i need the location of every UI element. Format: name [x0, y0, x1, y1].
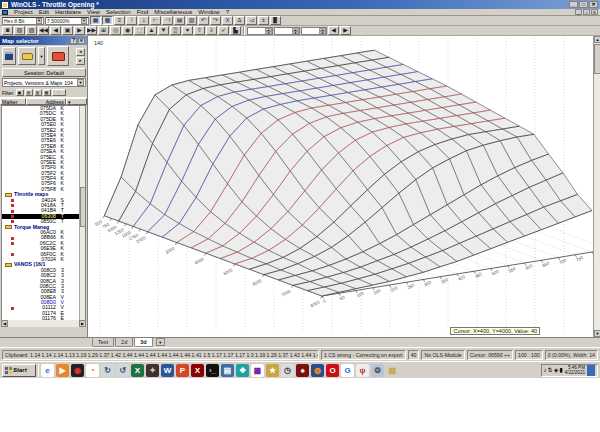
menu-help[interactable]: ?: [223, 9, 232, 15]
menu-hardware[interactable]: Hardware: [52, 9, 84, 15]
view-3d-icon[interactable]: ▩: [102, 16, 113, 25]
apply-icon[interactable]: ✓: [218, 26, 229, 35]
folder-blue-icon[interactable]: ▤: [221, 364, 234, 377]
media-player-icon[interactable]: ▶: [56, 364, 69, 377]
powerpoint-icon[interactable]: P: [176, 364, 189, 377]
delete-row-icon[interactable]: ⊣: [162, 16, 173, 25]
export-icon[interactable]: ⇩: [206, 26, 217, 35]
language-bar-icon[interactable]: [587, 365, 595, 376]
panel-help-button[interactable]: ?: [70, 38, 77, 44]
view-text-icon[interactable]: ≡: [114, 16, 125, 25]
earth-icon[interactable]: G: [341, 364, 354, 377]
opera-icon[interactable]: O: [326, 364, 339, 377]
map-list-scrollbar[interactable]: [79, 106, 85, 320]
factor-combo[interactable]: 7.50000% ▼: [45, 17, 89, 25]
firefox-icon[interactable]: ◍: [311, 364, 324, 377]
folder-yellow-icon[interactable]: ▧: [386, 364, 399, 377]
last-map-icon[interactable]: ▶▶: [86, 26, 97, 35]
column-header-address[interactable]: Address: [26, 98, 66, 105]
value-up-icon[interactable]: ▲: [146, 26, 157, 35]
save-project-button[interactable]: [2, 47, 16, 65]
chrome-icon[interactable]: ◔: [86, 364, 99, 377]
delta-icon[interactable]: Δ: [234, 16, 245, 25]
stamp-icon[interactable]: ✦: [146, 364, 159, 377]
minimize-button[interactable]: _: [569, 1, 578, 8]
ie-icon[interactable]: e: [41, 364, 54, 377]
import-icon[interactable]: ⇧: [194, 26, 205, 35]
session-button[interactable]: Session: Default: [2, 68, 86, 77]
filter-options-button[interactable]: ⋯: [52, 89, 66, 96]
next-map-icon[interactable]: ▶: [74, 26, 85, 35]
selection-icon[interactable]: ⬚: [134, 26, 145, 35]
chevron-down-icon[interactable]: ▼: [81, 18, 87, 24]
menu-find[interactable]: Find: [134, 9, 152, 15]
value-format-combo[interactable]: Hex 8 Bit ▼: [2, 17, 44, 25]
grid-colors-icon[interactable]: ▦: [251, 364, 264, 377]
red-x-app-icon[interactable]: X: [191, 364, 204, 377]
insert-column-icon[interactable]: ⊺: [126, 16, 137, 25]
sync-gray-icon[interactable]: ↺: [116, 364, 129, 377]
menu-selection[interactable]: Selection: [103, 9, 134, 15]
marker-icon[interactable]: ▾: [182, 26, 193, 35]
tab-text[interactable]: Text: [92, 338, 114, 347]
filter-marked-button[interactable]: ▥: [34, 89, 42, 96]
import-file-button[interactable]: [47, 46, 69, 66]
prev-map-icon[interactable]: ◀: [50, 26, 61, 35]
filter-changed-button[interactable]: ▦: [43, 89, 51, 96]
grid-icon[interactable]: ▤: [174, 16, 185, 25]
column-header-extra[interactable]: ▾: [66, 98, 87, 105]
multiply-icon[interactable]: X: [222, 16, 233, 25]
menu-window[interactable]: Window: [195, 9, 222, 15]
panel-mode-button[interactable]: ▸: [76, 57, 85, 65]
network-icon[interactable]: ⇅: [548, 365, 553, 376]
step-spinner-2[interactable]: ▲▼: [274, 27, 300, 35]
map-list-icon[interactable]: ▣: [62, 26, 73, 35]
wrench-icon[interactable]: ⚙: [371, 364, 384, 377]
start-button[interactable]: Start: [2, 364, 36, 377]
open-project-button[interactable]: [18, 47, 36, 65]
spin-left-icon[interactable]: ◀: [328, 26, 339, 35]
battery-icon[interactable]: ▮: [559, 365, 562, 376]
lock-icon[interactable]: ▒: [170, 26, 181, 35]
terminal-icon[interactable]: ›_: [206, 364, 219, 377]
zoom-icon[interactable]: ◉: [122, 26, 133, 35]
maximize-button[interactable]: □: [579, 1, 588, 8]
step-spinner-1[interactable]: ▲▼: [247, 27, 273, 35]
antenna-icon[interactable]: ψ: [356, 364, 369, 377]
compare-version-icon[interactable]: ▨: [26, 26, 37, 35]
filter-maps-button[interactable]: ▤: [25, 89, 33, 96]
signed-icon[interactable]: ±: [258, 16, 269, 25]
shield-icon[interactable]: ◈: [554, 365, 559, 376]
scroll-down-icon[interactable]: ▼: [594, 330, 600, 337]
value-down-icon[interactable]: ▼: [158, 26, 169, 35]
menu-view[interactable]: View: [84, 9, 103, 15]
map-list-hscrollbar[interactable]: ◀ ▶: [1, 320, 86, 327]
menu-edit[interactable]: Edit: [36, 9, 52, 15]
photos-icon[interactable]: ❖: [236, 364, 249, 377]
map-3d-view[interactable]: 1400501001502002503003504004505005506006…: [88, 36, 600, 337]
tab-3d[interactable]: 3d: [134, 338, 152, 347]
map-row[interactable]: 01176E: [2, 316, 85, 320]
chevron-down-icon[interactable]: ▼: [77, 79, 84, 86]
scroll-right-icon[interactable]: ▶: [79, 320, 86, 327]
column-header-marker[interactable]: Marker: [0, 98, 26, 105]
spin-right-icon[interactable]: ▶: [340, 26, 351, 35]
undo-icon[interactable]: ↶: [198, 16, 209, 25]
mdi-restore-button[interactable]: ▫: [583, 9, 590, 15]
menu-project[interactable]: Project: [11, 9, 36, 15]
open-project-dropdown[interactable]: ▼: [38, 47, 45, 65]
star-app-icon[interactable]: ★: [266, 364, 279, 377]
mdi-minimize-button[interactable]: _: [575, 9, 582, 15]
tree-mode-combo[interactable]: Projects, Versions & Maps 104 ▼: [2, 78, 86, 87]
word-icon[interactable]: W: [161, 364, 174, 377]
chevron-down-icon[interactable]: ▼: [36, 18, 42, 24]
scroll-up-icon[interactable]: ▲: [594, 36, 600, 43]
winols-taskbar-icon[interactable]: ◉: [71, 364, 84, 377]
search-icon[interactable]: ◎: [110, 26, 121, 35]
throttle-map-3d-surface[interactable]: 1400501001502002503003504004505005506006…: [88, 36, 593, 337]
mdi-child-icon[interactable]: [2, 10, 8, 15]
close-button[interactable]: ✕: [589, 1, 598, 8]
sync-blue-icon[interactable]: ↻: [101, 364, 114, 377]
checksum-icon[interactable]: ▊: [270, 16, 281, 25]
menu-miscellaneous[interactable]: Miscellaneous: [151, 9, 195, 15]
